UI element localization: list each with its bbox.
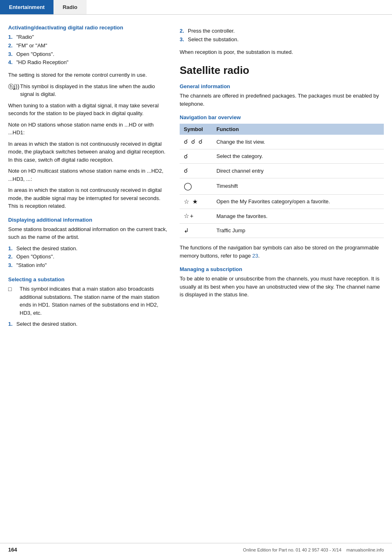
top-nav-bar: Entertainment Radio bbox=[0, 0, 392, 15]
section-general-info-title: General information bbox=[180, 83, 384, 89]
symbol-note-substation: □ This symbol indicates that a main stat… bbox=[8, 285, 167, 317]
function-cell: Traffic Jump bbox=[212, 223, 384, 238]
table-row: ↲ Traffic Jump bbox=[180, 223, 384, 238]
right-column: 2.Press the controller. 3.Select the sub… bbox=[180, 24, 384, 333]
step-item: 2.Press the controller. bbox=[180, 27, 384, 36]
para-remote-control: The setting is stored for the remote con… bbox=[8, 71, 167, 79]
symbol-cell: ☌ bbox=[180, 149, 212, 164]
step-item: 2.Open "Options". bbox=[8, 253, 167, 261]
satellite-radio-title: Satellite radio bbox=[180, 64, 384, 77]
para-digital-signal: When tuning to a station with a digital … bbox=[8, 102, 167, 118]
function-cell: Open the My Favorites category/open a fa… bbox=[212, 194, 384, 209]
page-ref-link[interactable]: 23 bbox=[252, 253, 258, 259]
function-cell: Direct channel entry bbox=[212, 164, 384, 178]
section-selecting-substation-title: Selecting a substation bbox=[8, 276, 167, 282]
function-cell: Manage the favorites. bbox=[212, 209, 384, 224]
symbol-cell: ↲ bbox=[180, 223, 212, 238]
symbol-note-digital: ⓗʝ)) This symbol is displayed in the sta… bbox=[8, 82, 167, 98]
left-column: Activating/deactivating digital radio re… bbox=[8, 24, 167, 333]
para-muted: When reception is poor, the substation i… bbox=[180, 48, 384, 56]
steps-selecting: 1.Select the desired station. bbox=[8, 320, 167, 329]
section-subscription-title: Managing a subscription bbox=[180, 266, 384, 272]
step-item: 2."FM" or "AM" bbox=[8, 42, 167, 50]
step-item: 1.Select the desired station. bbox=[8, 320, 167, 329]
section-navbar-overview-title: Navigation bar overview bbox=[180, 114, 384, 120]
table-header-symbol: Symbol bbox=[180, 124, 212, 135]
symbol-cell: ☌ ☌ ☌ bbox=[180, 135, 212, 149]
function-cell: Timeshift bbox=[212, 178, 384, 194]
table-row: ☆+ Manage the favorites. bbox=[180, 209, 384, 224]
symbol-cell: ◯ bbox=[180, 178, 212, 194]
navigation-bar-table: Symbol Function ☌ ☌ ☌ Change the list vi… bbox=[180, 124, 384, 238]
para-hd-multicast: Note on HD multicast stations whose stat… bbox=[8, 167, 167, 183]
steps-activating: 1."Radio" 2."FM" or "AM" 3.Open "Options… bbox=[8, 33, 167, 67]
para-hd-note: Note on HD stations whose station name e… bbox=[8, 121, 167, 137]
steps-continued: 2.Press the controller. 3.Select the sub… bbox=[180, 27, 384, 44]
section-displaying-title: Displaying additional information bbox=[8, 217, 167, 223]
step-item: 3.Open "Options". bbox=[8, 50, 167, 59]
para-interrupted: In areas in which the station is not con… bbox=[8, 186, 167, 210]
step-item: 1.Select the desired station. bbox=[8, 245, 167, 253]
function-cell: Change the list view. bbox=[212, 135, 384, 149]
tab-entertainment[interactable]: Entertainment bbox=[0, 0, 53, 14]
symbol-cell: ☆+ bbox=[180, 209, 212, 224]
page-number: 164 bbox=[8, 547, 17, 553]
para-stations-broadcast: Some stations broadcast additional infor… bbox=[8, 225, 167, 241]
para-nav-functions: The functions of the navigation bar symb… bbox=[180, 244, 384, 260]
page-footer: 164 Online Edition for Part no. 01 40 2 … bbox=[0, 543, 392, 556]
table-row: ☌ ☌ ☌ Change the list view. bbox=[180, 135, 384, 149]
step-item: 3.Select the substation. bbox=[180, 36, 384, 44]
table-header-row: Symbol Function bbox=[180, 124, 384, 135]
step-item: 3."Station info" bbox=[8, 261, 167, 270]
main-content: Activating/deactivating digital radio re… bbox=[0, 15, 392, 341]
function-cell: Select the category. bbox=[212, 149, 384, 164]
para-subscription: To be able to enable or unsubscribe from… bbox=[180, 275, 384, 299]
table-row: ◯ Timeshift bbox=[180, 178, 384, 194]
table-row: ☌ Select the category. bbox=[180, 149, 384, 164]
steps-displaying: 1.Select the desired station. 2.Open "Op… bbox=[8, 245, 167, 270]
hd-symbol-icon: ⓗʝ)) bbox=[8, 82, 18, 98]
table-row: ☌ Direct channel entry bbox=[180, 164, 384, 178]
step-item: 4."HD Radio Reception" bbox=[8, 58, 167, 67]
section-activating-title: Activating/deactivating digital radio re… bbox=[8, 24, 167, 31]
tab-radio[interactable]: Radio bbox=[53, 0, 86, 14]
table-row: ☆ ★ Open the My Favorites category/open … bbox=[180, 194, 384, 209]
substation-symbol-icon: □ bbox=[8, 285, 17, 317]
step-item: 1."Radio" bbox=[8, 33, 167, 42]
edition-text: Online Edition for Part no. 01 40 2 957 … bbox=[243, 547, 384, 552]
symbol-cell: ☆ ★ bbox=[180, 194, 212, 209]
para-analog-digital: In areas in which the station is not con… bbox=[8, 140, 167, 164]
symbol-cell: ☌ bbox=[180, 164, 212, 178]
para-general-info: The channels are offered in predefined p… bbox=[180, 92, 384, 108]
table-header-function: Function bbox=[212, 124, 384, 135]
